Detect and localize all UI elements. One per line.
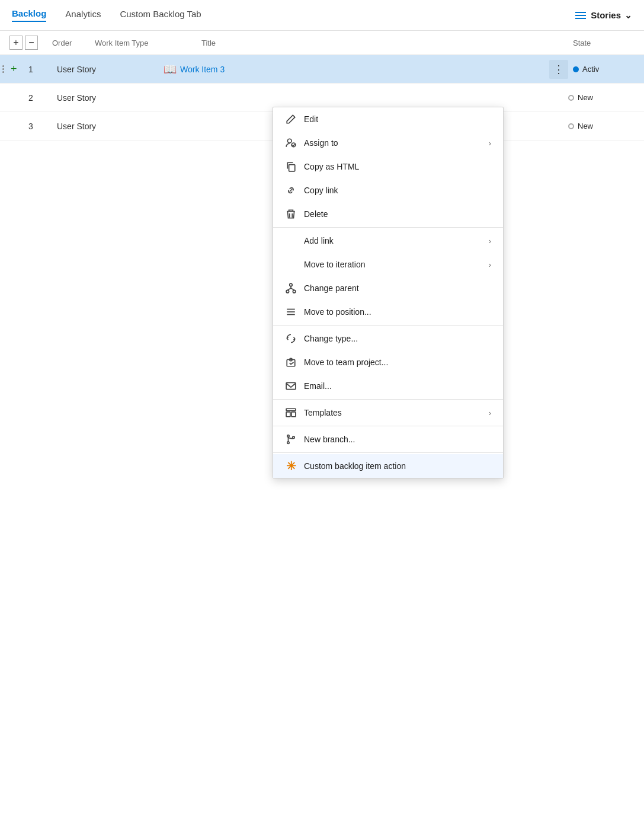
menu-label-assign-to: Assign to bbox=[304, 138, 482, 148]
menu-item-templates[interactable]: Templates › bbox=[273, 401, 503, 425]
menu-item-move-project[interactable]: Move to team project... bbox=[273, 350, 503, 374]
menu-item-copy-link[interactable]: Copy link bbox=[273, 178, 503, 202]
state-label: New bbox=[578, 93, 593, 102]
menu-label-custom-action: Custom backlog item action bbox=[304, 461, 491, 471]
col-header-state: State bbox=[573, 39, 644, 47]
svg-rect-14 bbox=[291, 412, 296, 417]
menu-label-move-iteration: Move to iteration bbox=[304, 260, 482, 269]
menu-item-move-position[interactable]: Move to position... bbox=[273, 300, 503, 324]
menu-label-change-parent: Change parent bbox=[304, 283, 491, 293]
row-order: 3 bbox=[24, 122, 57, 131]
nav-right: Stories ⌄ bbox=[575, 10, 632, 21]
copy-icon bbox=[285, 161, 297, 173]
menu-divider bbox=[273, 452, 503, 453]
drag-dots-icon bbox=[2, 65, 4, 73]
table-row: + 1 User Story 📖 Work Item 3 ⋮ Activ bbox=[0, 55, 644, 84]
menu-item-copy-html[interactable]: Copy as HTML bbox=[273, 155, 503, 178]
add-link-icon bbox=[285, 235, 297, 247]
menu-item-email[interactable]: Email... bbox=[273, 374, 503, 398]
edit-icon bbox=[285, 113, 297, 125]
chevron-right-icon: › bbox=[489, 139, 491, 148]
expand-collapse-controls: + − bbox=[0, 36, 47, 50]
row-order: 2 bbox=[24, 93, 57, 103]
svg-rect-13 bbox=[286, 412, 290, 417]
nav-analytics[interactable]: Analytics bbox=[65, 9, 101, 21]
row-title[interactable]: 📖 Work Item 3 bbox=[164, 63, 549, 76]
drag-handle[interactable] bbox=[0, 65, 9, 73]
menu-label-templates: Templates bbox=[304, 408, 482, 417]
col-header-order: Order bbox=[47, 39, 95, 47]
menu-item-edit[interactable]: Edit bbox=[273, 107, 503, 131]
menu-label-delete: Delete bbox=[304, 209, 491, 219]
state-dot-active bbox=[573, 66, 579, 72]
move-iteration-icon bbox=[285, 259, 297, 270]
menu-label-copy-html: Copy as HTML bbox=[304, 162, 491, 171]
context-menu: Edit Assign to › Copy as HTML Copy link … bbox=[273, 107, 504, 478]
menu-item-move-iteration[interactable]: Move to iteration › bbox=[273, 253, 503, 276]
row-order: 1 bbox=[24, 65, 57, 74]
templates-icon bbox=[285, 407, 297, 419]
menu-item-change-parent[interactable]: Change parent bbox=[273, 276, 503, 300]
chevron-right-icon: › bbox=[489, 409, 491, 417]
state-label: Activ bbox=[582, 65, 599, 74]
svg-rect-12 bbox=[286, 409, 296, 410]
row-state: New bbox=[568, 93, 639, 102]
svg-point-0 bbox=[287, 139, 291, 143]
menu-divider bbox=[273, 426, 503, 426]
chevron-right-icon: › bbox=[489, 260, 491, 269]
chevron-down-icon: ⌄ bbox=[624, 10, 632, 21]
add-child-button[interactable]: + bbox=[9, 63, 24, 75]
menu-item-add-link[interactable]: Add link › bbox=[273, 229, 503, 253]
row-work-item-type: User Story bbox=[57, 93, 164, 103]
svg-point-3 bbox=[290, 283, 293, 286]
row-state: Activ bbox=[573, 65, 644, 74]
link-icon bbox=[285, 184, 297, 196]
delete-icon bbox=[285, 208, 297, 220]
menu-item-new-branch[interactable]: New branch... bbox=[273, 427, 503, 451]
state-dot-new bbox=[568, 95, 574, 101]
menu-label-edit: Edit bbox=[304, 114, 491, 124]
email-icon bbox=[285, 380, 297, 392]
book-icon: 📖 bbox=[164, 63, 177, 76]
svg-point-15 bbox=[287, 435, 289, 437]
hamburger-icon[interactable] bbox=[575, 12, 586, 19]
col-header-type: Work Item Type bbox=[95, 39, 201, 47]
menu-label-change-type: Change type... bbox=[304, 334, 491, 343]
menu-item-assign-to[interactable]: Assign to › bbox=[273, 131, 503, 155]
branch-icon bbox=[285, 433, 297, 445]
nav-custom-tab[interactable]: Custom Backlog Tab bbox=[120, 9, 201, 21]
menu-item-delete[interactable]: Delete bbox=[273, 202, 503, 226]
stories-dropdown[interactable]: Stories ⌄ bbox=[591, 10, 632, 21]
menu-item-change-type[interactable]: Change type... bbox=[273, 327, 503, 350]
change-type-icon bbox=[285, 333, 297, 344]
svg-point-16 bbox=[287, 442, 289, 443]
chevron-right-icon: › bbox=[489, 237, 491, 245]
more-actions-button[interactable]: ⋮ bbox=[549, 60, 568, 79]
expand-button[interactable]: + bbox=[9, 36, 23, 50]
stories-label: Stories bbox=[591, 10, 621, 20]
row-work-item-type: User Story bbox=[57, 65, 164, 74]
collapse-button[interactable]: − bbox=[25, 36, 38, 50]
svg-point-4 bbox=[286, 290, 289, 293]
asterisk-icon: ✳ bbox=[285, 460, 297, 472]
nav-backlog[interactable]: Backlog bbox=[12, 8, 46, 22]
menu-divider bbox=[273, 399, 503, 400]
menu-divider bbox=[273, 325, 503, 326]
state-label: New bbox=[578, 122, 593, 130]
menu-label-email: Email... bbox=[304, 381, 491, 391]
change-parent-icon bbox=[285, 282, 297, 294]
menu-item-custom-action[interactable]: ✳ Custom backlog item action bbox=[273, 454, 503, 478]
row-work-item-type: User Story bbox=[57, 122, 164, 131]
svg-rect-11 bbox=[286, 382, 296, 389]
menu-label-copy-link: Copy link bbox=[304, 186, 491, 195]
custom-asterisk-symbol: ✳ bbox=[286, 459, 296, 473]
svg-point-5 bbox=[293, 290, 296, 293]
menu-label-move-project: Move to team project... bbox=[304, 358, 491, 367]
menu-label-move-position: Move to position... bbox=[304, 307, 491, 317]
move-position-icon bbox=[285, 306, 297, 318]
svg-rect-2 bbox=[289, 165, 295, 171]
assign-icon bbox=[285, 137, 297, 149]
table-header: + − Order Work Item Type Title State bbox=[0, 31, 644, 55]
menu-divider bbox=[273, 227, 503, 228]
col-header-title: Title bbox=[201, 39, 573, 47]
